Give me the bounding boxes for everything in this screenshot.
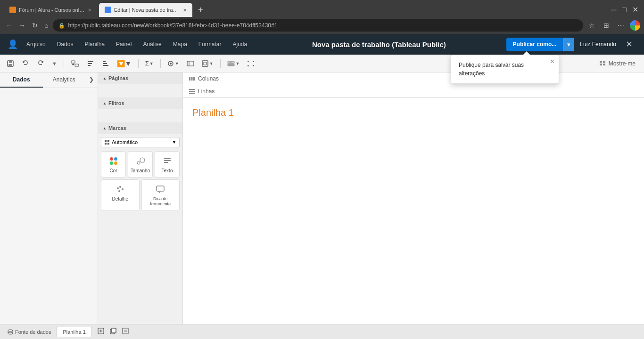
show-me-button[interactable]: Mostre-me	[594, 58, 640, 69]
menu-painel[interactable]: Painel	[111, 38, 136, 50]
toolbar-undo-button[interactable]	[19, 58, 32, 69]
marks-type-label: Automático	[112, 139, 138, 145]
marks-caret-icon: ▲	[103, 126, 107, 130]
svg-point-34	[122, 188, 124, 190]
toolbar-redo2-button[interactable]: ▼	[49, 59, 60, 68]
marks-type-icon	[104, 139, 110, 145]
browser-toolbar: ← → ↻ ⌂ 🔒 https://public.tableau.com/new…	[0, 17, 644, 34]
toolbar-map-button[interactable]: ▼	[224, 58, 243, 69]
toolbar-sort2-button[interactable]	[99, 58, 112, 69]
sheet-1-tab-label: Planilha 1	[63, 329, 85, 335]
svg-rect-24	[107, 140, 109, 142]
sort2-icon	[102, 60, 109, 67]
toolbar-highlight-button[interactable]	[184, 58, 197, 69]
mark-detalhe[interactable]: Detalhe	[101, 179, 140, 211]
add-sheet-icon	[98, 328, 104, 334]
toolbar-labels-button[interactable]: ▼	[165, 58, 182, 69]
menu-arquivo[interactable]: Arquivo	[22, 38, 50, 50]
minimize-button[interactable]: ─	[609, 5, 618, 15]
svg-rect-13	[187, 61, 194, 66]
mark-cor[interactable]: Cor	[101, 151, 126, 178]
toolbar-sort-button[interactable]	[84, 58, 97, 69]
marks-body: Automático ▼	[98, 134, 182, 214]
bookmark-button[interactable]: ☆	[586, 21, 598, 30]
menu-mapa[interactable]: Mapa	[168, 38, 192, 50]
toolbar-fit-button[interactable]	[244, 58, 257, 69]
user-name-button[interactable]: Luiz Fernando	[574, 38, 622, 50]
menu-dados[interactable]: Dados	[52, 38, 78, 50]
left-panel: Dados Analytics ❯	[0, 73, 98, 324]
back-button[interactable]: ←	[4, 21, 14, 30]
user-avatar-icon: 👤	[8, 39, 18, 49]
publish-tooltip: ✕ Publique para salvar suas alterações	[451, 55, 559, 84]
publish-button[interactable]: Publicar como...	[506, 38, 563, 51]
linhas-shelf: Linhas	[183, 85, 644, 98]
address-bar[interactable]: 🔒 https://public.tableau.com/newWorkbook…	[53, 19, 583, 32]
mark-dica[interactable]: Dica de ferramenta	[141, 179, 180, 211]
toolbar-redo-button[interactable]	[34, 58, 47, 69]
svg-rect-6	[88, 63, 92, 64]
detalhe-label: Detalhe	[112, 196, 128, 202]
maximize-button[interactable]: □	[620, 5, 628, 15]
tab-analytics[interactable]: Analytics	[43, 73, 86, 88]
redo-icon	[37, 60, 44, 67]
collections-button[interactable]: ⊞	[601, 21, 612, 30]
menu-ajuda[interactable]: Ajuda	[228, 38, 252, 50]
forward-button[interactable]: →	[17, 21, 27, 30]
app-close-button[interactable]: ✕	[622, 37, 636, 51]
save-icon	[7, 60, 14, 67]
svg-rect-39	[193, 77, 195, 81]
svg-rect-2	[8, 64, 12, 66]
publish-dropdown-button[interactable]: ▾	[563, 38, 574, 51]
remove-sheet-button[interactable]	[120, 327, 131, 337]
svg-rect-36	[157, 186, 164, 191]
tooltip-close-button[interactable]: ✕	[550, 58, 555, 65]
toolbar-right: Mostre-me	[594, 58, 640, 69]
menu-button[interactable]: ⋯	[615, 21, 627, 30]
pages-body	[98, 84, 182, 97]
marks-grid-row2: Detalhe Dica de ferramenta	[101, 179, 180, 211]
collapse-panel-button[interactable]: ❯	[85, 73, 98, 88]
add-sheet-button[interactable]	[96, 327, 106, 337]
home-button[interactable]: ⌂	[42, 21, 50, 30]
svg-rect-23	[105, 140, 107, 142]
colunas-label: Colunas	[198, 75, 219, 82]
menu-formatar[interactable]: Formatar	[194, 38, 226, 50]
refresh-button[interactable]: ↻	[30, 21, 40, 30]
toolbar-filter-button[interactable]: 🔽▼	[114, 58, 134, 69]
tamanho-label: Tamanho	[131, 168, 150, 173]
sheet-1-tab[interactable]: Planilha 1	[57, 327, 91, 337]
mark-tamanho[interactable]: Tamanho	[128, 151, 153, 178]
svg-rect-41	[189, 91, 195, 92]
toolbar-sep-1	[64, 59, 64, 68]
marks-label: Marcas	[108, 125, 126, 131]
show-me-label: Mostre-me	[609, 60, 636, 67]
pages-caret-icon: ▲	[103, 76, 107, 81]
duplicate-sheet-button[interactable]	[108, 327, 118, 337]
tab-dados[interactable]: Dados	[0, 73, 43, 88]
mark-texto[interactable]: Texto	[155, 151, 180, 178]
menu-analise[interactable]: Análise	[138, 38, 166, 50]
fit-icon	[247, 60, 255, 67]
detail-icon	[116, 185, 125, 194]
svg-rect-15	[202, 61, 208, 66]
browser-tab-2[interactable]: Editar | Nova pasta de trabalho ✕	[99, 3, 192, 17]
tab-2-close[interactable]: ✕	[183, 8, 187, 13]
tab-1-close[interactable]: ✕	[88, 8, 91, 13]
marks-type-dropdown[interactable]: Automático ▼	[101, 137, 180, 147]
svg-rect-21	[600, 64, 602, 65]
svg-rect-19	[600, 61, 602, 63]
main-content: Dados Analytics ❯ ▲ Páginas ▲ Filtros	[0, 73, 644, 324]
source-tab[interactable]: Fonte de dados	[4, 327, 55, 337]
browser-tab-1[interactable]: Fórum | Alura - Cursos online de... ✕	[4, 3, 97, 17]
toolbar-sum-button[interactable]: Σ ▼	[142, 58, 157, 69]
menu-planilha[interactable]: Planilha	[80, 38, 109, 50]
window-close-button[interactable]: ✕	[630, 4, 640, 15]
toolbar-save-button[interactable]	[4, 58, 17, 69]
pages-label: Páginas	[108, 75, 128, 81]
profile-icon[interactable]	[630, 20, 640, 31]
toolbar-size-button[interactable]: ▼	[199, 58, 216, 69]
toolbar-swap-button[interactable]	[68, 58, 82, 69]
tableau-app: 👤 Arquivo Dados Planilha Painel Análise …	[0, 34, 644, 339]
new-tab-button[interactable]: +	[194, 3, 207, 17]
